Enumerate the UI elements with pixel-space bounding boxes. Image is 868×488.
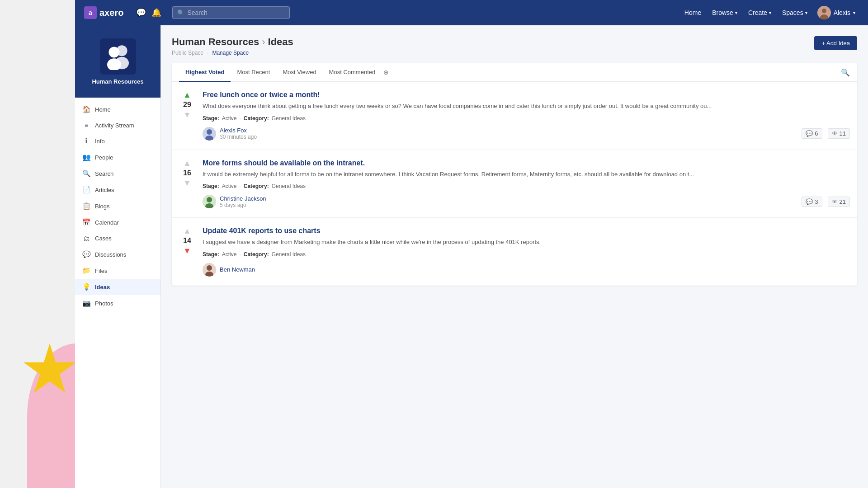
tab-most-recent[interactable]: Most Recent	[231, 63, 276, 82]
author-name-2[interactable]: Christine Jackson	[220, 195, 266, 202]
category-value-1: General Ideas	[272, 115, 306, 122]
sidebar-item-ideas[interactable]: 💡 Ideas	[75, 279, 160, 295]
svg-point-1	[822, 9, 826, 13]
idea-author-row-2: Christine Jackson 5 days ago 💬 3 👁	[203, 195, 850, 208]
nav-spaces-link[interactable]: Spaces ▾	[778, 6, 812, 19]
breadcrumb-space[interactable]: Human Resources	[172, 36, 259, 48]
idea-title-1[interactable]: Free lunch once or twice a month!	[203, 91, 850, 99]
svg-point-11	[207, 197, 212, 202]
vote-down-3[interactable]: ▼	[183, 247, 191, 255]
manage-space-link[interactable]: Manage Space	[212, 50, 249, 56]
vote-section-2: ▲ 16 ▼	[179, 159, 195, 209]
sidebar-item-cases[interactable]: 🗂 Cases	[75, 230, 160, 246]
tab-most-commented[interactable]: Most Commented	[323, 63, 382, 82]
vote-up-2[interactable]: ▲	[183, 159, 191, 167]
view-count-2: 21	[840, 198, 846, 205]
sidebar-label-calendar: Calendar	[95, 219, 119, 226]
vote-count-2: 16	[183, 168, 191, 178]
author-time-2: 5 days ago	[220, 202, 266, 208]
breadcrumb-separator: ›	[262, 36, 265, 48]
vote-down-2[interactable]: ▼	[183, 179, 191, 187]
idea-stats-2: 💬 3 👁 21	[802, 197, 850, 207]
nav-home-link[interactable]: Home	[680, 6, 706, 19]
author-name-1[interactable]: Alexis Fox	[220, 127, 257, 134]
bell-icon[interactable]: 🔔	[151, 8, 161, 18]
sidebar-item-blogs[interactable]: 📋 Blogs	[75, 198, 160, 214]
search-input[interactable]	[187, 9, 278, 16]
idea-title-2[interactable]: More forms should be available on the in…	[203, 159, 850, 167]
logo-icon: a	[84, 6, 97, 19]
sidebar-label-home: Home	[95, 106, 111, 113]
idea-meta-2: Stage: Active · Category: General Ideas	[203, 183, 850, 189]
category-label-1: Category:	[244, 115, 269, 122]
search-icon: 🔍	[177, 9, 184, 16]
tab-most-viewed[interactable]: Most Viewed	[276, 63, 322, 82]
sidebar-label-discussions: Discussions	[95, 251, 126, 258]
nav-search-box[interactable]: 🔍	[172, 6, 290, 19]
idea-item-1: ▲ 29 ▼ Free lunch once or twice a month!…	[172, 82, 857, 150]
comment-count-2: 3	[815, 198, 818, 205]
sidebar-item-home[interactable]: 🏠 Home	[75, 101, 160, 117]
user-menu[interactable]: Alexis ▾	[814, 4, 859, 21]
info-icon: ℹ	[82, 137, 90, 145]
sidebar: Human Resources 🏠 Home ≡ Activity Stream…	[75, 25, 161, 488]
page-header: Human Resources › Ideas Public Space · M…	[172, 36, 857, 56]
create-dropdown-icon: ▾	[769, 10, 771, 15]
vote-up-1[interactable]: ▲	[183, 91, 191, 99]
sidebar-item-photos[interactable]: 📷 Photos	[75, 295, 160, 311]
tab-highest-voted[interactable]: Highest Voted	[179, 63, 231, 82]
rss-icon[interactable]: ⊕	[383, 69, 389, 76]
idea-stats-1: 💬 6 👁 11	[802, 128, 850, 139]
home-icon: 🏠	[82, 105, 90, 113]
vote-up-3[interactable]: ▲	[183, 227, 191, 235]
author-time-1: 30 minutes ago	[220, 134, 257, 140]
sidebar-item-people[interactable]: 👥 People	[75, 149, 160, 165]
nav-links-group: Home Browse ▾ Create ▾ Spaces ▾ Alexis ▾	[680, 4, 859, 21]
main-layout: Human Resources 🏠 Home ≡ Activity Stream…	[75, 25, 868, 488]
sidebar-item-activity-stream[interactable]: ≡ Activity Stream	[75, 117, 160, 133]
vote-count-3: 14	[183, 236, 191, 246]
view-count-1: 11	[840, 130, 846, 137]
idea-author-1: Alexis Fox 30 minutes ago	[203, 127, 257, 141]
sidebar-item-files[interactable]: 📁 Files	[75, 263, 160, 279]
top-navigation: a axero 💬 🔔 🔍 Home Browse ▾ Create ▾ Spa…	[75, 0, 868, 25]
comment-count-1: 6	[815, 130, 818, 137]
space-name: Human Resources	[92, 78, 143, 85]
files-icon: 📁	[82, 267, 90, 275]
idea-author-row-1: Alexis Fox 30 minutes ago 💬 6 👁	[203, 127, 850, 141]
sidebar-label-articles: Articles	[95, 187, 114, 193]
vote-down-1[interactable]: ▼	[183, 111, 191, 119]
add-idea-button[interactable]: + Add Idea	[814, 36, 857, 50]
add-idea-label: + Add Idea	[821, 40, 850, 47]
comment-icon-2: 💬	[806, 198, 813, 205]
idea-desc-2: It would be extremely helpful for all fo…	[203, 170, 850, 179]
stage-value-1: Active	[222, 115, 237, 122]
view-icon-1: 👁	[832, 130, 838, 137]
sidebar-label-search: Search	[95, 170, 113, 177]
page-meta: Public Space · Manage Space	[172, 50, 293, 56]
nav-create-link[interactable]: Create ▾	[744, 6, 776, 19]
nav-browse-link[interactable]: Browse ▾	[708, 6, 742, 19]
browse-dropdown-icon: ▾	[735, 10, 737, 15]
content-area: Human Resources › Ideas Public Space · M…	[161, 25, 868, 488]
author-name-3[interactable]: Ben Newman	[220, 266, 255, 273]
discussions-icon: 💬	[82, 250, 90, 258]
sidebar-item-search[interactable]: 🔍 Search	[75, 165, 160, 182]
chat-icon[interactable]: 💬	[136, 8, 146, 18]
sidebar-item-info[interactable]: ℹ Info	[75, 133, 160, 149]
calendar-icon: 📅	[82, 218, 90, 226]
sidebar-item-discussions[interactable]: 💬 Discussions	[75, 246, 160, 263]
idea-title-3[interactable]: Update 401K reports to use charts	[203, 227, 850, 235]
sidebar-item-articles[interactable]: 📄 Articles	[75, 182, 160, 198]
ideas-search-icon[interactable]: 🔍	[841, 68, 850, 77]
idea-content-2: More forms should be available on the in…	[203, 159, 850, 209]
logo[interactable]: a axero	[84, 6, 123, 19]
space-icon	[100, 38, 136, 75]
cases-icon: 🗂	[82, 235, 90, 242]
sidebar-label-files: Files	[95, 267, 107, 274]
logo-text: axero	[99, 8, 123, 18]
sidebar-label-ideas: Ideas	[95, 284, 110, 291]
sidebar-item-calendar[interactable]: 📅 Calendar	[75, 214, 160, 230]
stage-label-1: Stage:	[203, 115, 219, 122]
idea-content-3: Update 401K reports to use charts I sugg…	[203, 227, 850, 277]
